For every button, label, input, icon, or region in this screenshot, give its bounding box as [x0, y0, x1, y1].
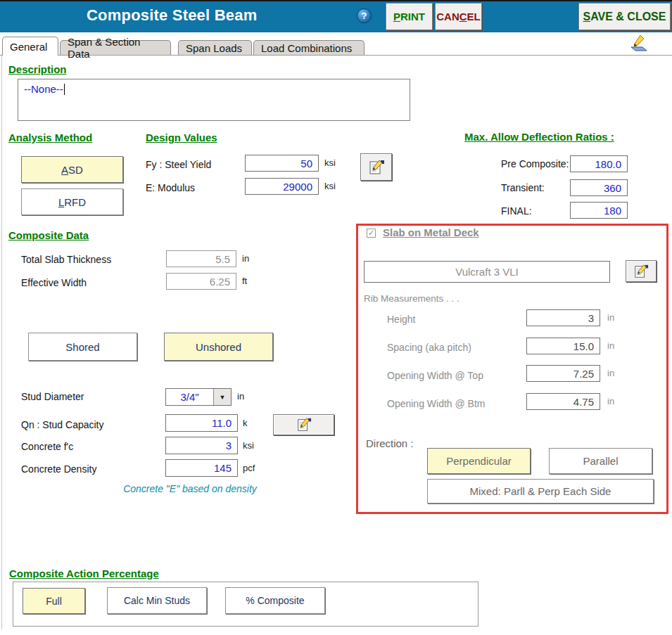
deflection-ratios-heading: Max. Allow Deflection Ratios : [464, 131, 614, 143]
e-modulus-unit: ksi [324, 181, 336, 191]
pre-composite-input[interactable]: 180.0 [570, 155, 628, 172]
qn-unit: k [243, 418, 248, 428]
tab-load-combinations[interactable]: Load Combinations [253, 40, 364, 55]
composite-steel-beam-window: Composite Steel Beam ? PRINT CANCEL SAVE… [0, 0, 672, 635]
rib-spacing-unit: in [607, 340, 614, 351]
final-label: FINAL: [501, 205, 532, 217]
rib-spacing-input[interactable]: 15.0 [526, 338, 600, 354]
tab-span-loads[interactable]: Span Loads [178, 40, 252, 55]
effective-width-input[interactable]: 6.25 [166, 273, 236, 290]
notepad-pencil-icon [367, 159, 386, 176]
slab-thickness-unit: in [242, 253, 249, 264]
rib-height-label: Height [387, 314, 415, 325]
slab-thickness-label: Total Slab Thickness [21, 254, 111, 265]
rib-height-input[interactable]: 3 [526, 309, 600, 326]
concrete-fc-unit: ksi [243, 440, 254, 451]
description-input[interactable]: --None-- [18, 79, 410, 121]
design-values-heading: Design Values [146, 132, 217, 143]
composite-data-heading: Composite Data [8, 229, 89, 241]
unshored-button[interactable]: Unshored [164, 333, 273, 361]
direction-label: Direction : [366, 437, 414, 449]
description-value: --None-- [24, 83, 63, 95]
steel-values-picker-button[interactable] [360, 153, 392, 181]
help-glyph: ? [362, 11, 367, 21]
window-title: Composite Steel Beam [87, 6, 257, 25]
stud-diameter-label: Stud Diameter [21, 391, 84, 402]
opening-width-top-input[interactable]: 7.25 [526, 365, 600, 382]
concrete-density-unit: pcf [243, 463, 255, 473]
tab-general[interactable]: General [2, 37, 58, 56]
concrete-density-label: Concrete Density [21, 463, 96, 475]
print-button[interactable]: PRINT [386, 3, 433, 30]
slab-thickness-input[interactable]: 5.5 [166, 250, 236, 267]
description-heading: Description [8, 63, 67, 75]
effective-width-unit: ft [242, 276, 247, 286]
asd-button[interactable]: ASD [21, 156, 123, 183]
opening-width-top-label: Opening Width @ Top [387, 370, 483, 381]
shored-button[interactable]: Shored [28, 333, 137, 361]
calc-min-studs-button[interactable]: Calc Min Studs [107, 587, 207, 614]
transient-label: Transient: [501, 182, 545, 193]
lrfd-button[interactable]: LRFD [21, 188, 123, 215]
notepad-pencil-icon [633, 264, 649, 279]
deck-product-input[interactable]: Vulcraft 3 VLI [364, 261, 610, 283]
analysis-method-heading: Analysis Method [8, 132, 92, 143]
stud-capacity-picker-button[interactable] [273, 414, 334, 435]
effective-width-label: Effective Width [21, 277, 87, 288]
save-close-button[interactable]: SAVE & CLOSE [578, 3, 671, 30]
slab-on-metal-deck-label: Slab on Metal Deck [383, 226, 479, 238]
perpendicular-button[interactable]: Perpendicular [427, 448, 531, 474]
rib-height-unit: in [607, 312, 614, 323]
opening-width-top-unit: in [607, 368, 614, 378]
fy-input[interactable]: 50 [245, 155, 319, 172]
notepad-pencil-icon [296, 417, 312, 432]
transient-input[interactable]: 360 [570, 179, 628, 196]
deck-picker-button[interactable] [626, 260, 657, 282]
qn-input[interactable]: 11.0 [165, 414, 238, 432]
checkbox-check-icon: ✓ [368, 229, 374, 237]
text-cursor [64, 84, 65, 95]
pre-composite-label: Pre Composite: [501, 158, 569, 169]
slab-on-metal-deck-checkbox[interactable]: ✓ [367, 229, 376, 238]
concrete-density-input[interactable]: 145 [165, 459, 238, 477]
opening-width-btm-unit: in [607, 396, 614, 406]
full-button[interactable]: Full [23, 588, 85, 614]
qn-label: Qn : Stud Capacity [21, 419, 104, 430]
stud-diameter-unit: in [237, 391, 244, 402]
asd-label: ASD [61, 164, 83, 176]
opening-width-btm-input[interactable]: 4.75 [526, 393, 600, 410]
mixed-direction-button[interactable]: Mixed: Parll & Perp Each Side [427, 479, 654, 503]
rib-spacing-label: Spacing (aka pitch) [387, 342, 471, 353]
opening-width-btm-label: Opening Width @ Btm [387, 398, 486, 409]
edit-pencil-icon[interactable] [629, 34, 649, 52]
concrete-fc-input[interactable]: 3 [165, 437, 238, 454]
e-modulus-input[interactable]: 29000 [245, 178, 319, 195]
fy-label: Fy : Steel Yield [146, 159, 211, 170]
stud-diameter-value: 3/4" [166, 389, 213, 405]
concrete-e-note: Concrete "E" based on density [91, 483, 289, 494]
cancel-label: CANCEL [436, 11, 481, 23]
composite-action-heading: Composite Action Percentage [9, 567, 159, 579]
lrfd-label: LRFD [58, 196, 86, 208]
stud-diameter-dropdown[interactable]: 3/4" ▼ [165, 388, 232, 406]
help-icon[interactable]: ? [357, 8, 372, 23]
percent-composite-button[interactable]: % Composite [225, 587, 325, 614]
final-input[interactable]: 180 [570, 202, 628, 219]
tab-span-section-data[interactable]: Span & Section Data [60, 40, 171, 55]
concrete-fc-label: Concrete f'c [21, 441, 73, 452]
fy-unit: ksi [324, 158, 336, 168]
page-left-border [1, 56, 2, 629]
save-close-label: SAVE & CLOSE [583, 11, 666, 23]
e-modulus-label: E: Modulus [146, 182, 195, 193]
rib-measurements-heading: Rib Measurements . . . [364, 293, 459, 304]
cancel-button[interactable]: CANCEL [435, 3, 482, 30]
print-label: PRINT [393, 11, 425, 23]
parallel-button[interactable]: Parallel [549, 448, 652, 474]
chevron-down-icon[interactable]: ▼ [213, 389, 231, 405]
